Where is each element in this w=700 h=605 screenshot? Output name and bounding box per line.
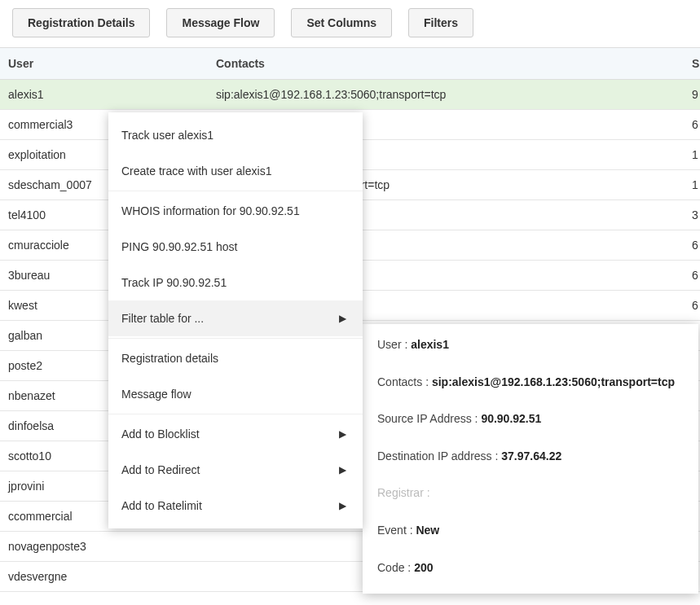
- menu-label: Message flow: [121, 388, 192, 401]
- menu-label: WHOIS information for 90.90.92.51: [121, 204, 300, 217]
- menu-label: Add to Redirect: [121, 463, 200, 476]
- cell-s: 1: [684, 140, 700, 170]
- cell-user: novagenposte3: [0, 532, 208, 562]
- menu-add-ratelimit[interactable]: Add to Ratelimit ▶: [108, 488, 363, 524]
- detail-event: Event : New: [377, 523, 684, 539]
- detail-value: alexis1: [411, 338, 449, 351]
- detail-label: Registrar :: [377, 486, 430, 499]
- detail-tooltip: User : alexis1 Contacts : sip:alexis1@19…: [363, 324, 698, 594]
- menu-add-blocklist[interactable]: Add to Blocklist ▶: [108, 416, 363, 452]
- menu-add-redirect[interactable]: Add to Redirect ▶: [108, 452, 363, 488]
- filters-button[interactable]: Filters: [408, 8, 473, 37]
- detail-label: Destination IP address :: [377, 449, 501, 463]
- detail-source-ip: Source IP Address : 90.90.92.51: [377, 411, 684, 427]
- col-user[interactable]: User: [0, 48, 208, 80]
- detail-value: New: [416, 524, 439, 537]
- menu-separator: [108, 414, 363, 414]
- detail-label: Code :: [377, 561, 414, 574]
- menu-filter-table[interactable]: Filter table for ... ▶: [108, 300, 363, 336]
- chevron-right-icon: ▶: [339, 464, 346, 476]
- cell-s: 3: [684, 200, 700, 230]
- menu-label: Add to Ratelimit: [121, 499, 202, 512]
- menu-separator: [108, 338, 363, 339]
- detail-value: 200: [414, 561, 433, 574]
- menu-label: Create trace with user alexis1: [121, 164, 271, 178]
- detail-value: 37.97.64.22: [501, 449, 561, 463]
- cell-s: 6: [684, 291, 700, 321]
- col-contacts[interactable]: Contacts: [208, 48, 684, 80]
- detail-label: Source IP Address :: [377, 412, 481, 425]
- detail-code: Code : 200: [377, 560, 684, 577]
- detail-contacts: Contacts : sip:alexis1@192.168.1.23:5060…: [377, 375, 684, 391]
- detail-value: 90.90.92.51: [481, 412, 541, 425]
- menu-label: Track user alexis1: [121, 129, 214, 142]
- cell-s: 6: [684, 261, 700, 291]
- context-menu: Track user alexis1 Create trace with use…: [108, 112, 363, 528]
- cell-s: 6: [684, 230, 700, 261]
- menu-ping[interactable]: PING 90.90.92.51 host: [108, 229, 363, 265]
- table-row[interactable]: alexis1sip:alexis1@192.168.1.23:5060;tra…: [0, 80, 700, 110]
- menu-message-flow[interactable]: Message flow: [108, 376, 363, 412]
- menu-label: Add to Blocklist: [121, 427, 200, 441]
- col-s[interactable]: S: [684, 48, 700, 80]
- cell-s: 9: [684, 80, 700, 110]
- cell-s: 6: [684, 110, 700, 140]
- table-header-row: User Contacts S: [0, 48, 700, 80]
- chevron-right-icon: ▶: [339, 428, 346, 440]
- cell-contacts: sip:alexis1@192.168.1.23:5060;transport=…: [208, 80, 684, 110]
- menu-track-user[interactable]: Track user alexis1: [108, 117, 363, 153]
- menu-label: Filter table for ...: [121, 312, 204, 325]
- chevron-right-icon: ▶: [339, 500, 346, 511]
- chevron-right-icon: ▶: [339, 313, 346, 324]
- menu-label: Registration details: [121, 352, 218, 365]
- detail-label: User :: [377, 338, 411, 351]
- menu-registration-details[interactable]: Registration details: [108, 340, 363, 376]
- cell-user: alexis1: [0, 80, 208, 110]
- detail-user: User : alexis1: [377, 337, 684, 353]
- registration-details-button[interactable]: Registration Details: [12, 8, 150, 37]
- toolbar: Registration Details Message Flow Set Co…: [0, 0, 700, 47]
- menu-label: PING 90.90.92.51 host: [121, 240, 237, 253]
- menu-separator: [108, 191, 363, 191]
- menu-whois[interactable]: WHOIS information for 90.90.92.51: [108, 193, 363, 229]
- menu-label: Track IP 90.90.92.51: [121, 276, 227, 289]
- detail-label: Contacts :: [377, 375, 432, 388]
- detail-registrar: Registrar :: [377, 485, 684, 502]
- menu-create-trace[interactable]: Create trace with user alexis1: [108, 153, 363, 189]
- cell-s: 1: [684, 170, 700, 200]
- cell-user: vdesvergne: [0, 562, 208, 592]
- detail-destination-ip: Destination IP address : 37.97.64.22: [377, 449, 684, 465]
- detail-label: Event :: [377, 524, 416, 537]
- set-columns-button[interactable]: Set Columns: [291, 8, 392, 37]
- menu-track-ip[interactable]: Track IP 90.90.92.51: [108, 265, 363, 300]
- detail-value: sip:alexis1@192.168.1.23:5060;transport=…: [432, 375, 675, 388]
- message-flow-button[interactable]: Message Flow: [166, 8, 275, 37]
